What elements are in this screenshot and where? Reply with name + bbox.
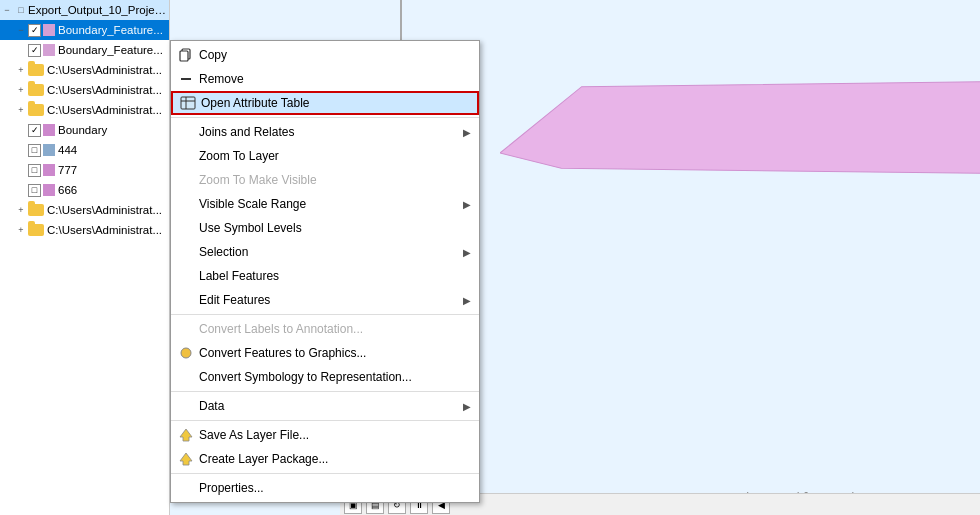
folder-icon-cu3 (28, 104, 44, 116)
zoom-visible-icon (177, 171, 195, 189)
tree-item-boundary-feature1[interactable]: − Boundary_Feature... (0, 20, 169, 40)
selection-label: Selection (199, 245, 463, 259)
color-box-777 (43, 164, 55, 176)
tree-item-666[interactable]: − □ 666 (0, 180, 169, 200)
color-box-bf2 (43, 44, 55, 56)
table-icon (179, 94, 197, 112)
selection-arrow: ▶ (463, 247, 471, 258)
visible-scale-label: Visible Scale Range (199, 197, 463, 211)
save-layer-icon (177, 426, 195, 444)
edit-features-icon (177, 291, 195, 309)
svg-marker-8 (180, 429, 192, 441)
expand-icon-cu4[interactable]: + (14, 203, 28, 217)
properties-icon (177, 479, 195, 497)
edit-features-label: Edit Features (199, 293, 463, 307)
visible-scale-arrow: ▶ (463, 199, 471, 210)
expand-icon2-export: □ (14, 3, 28, 17)
separator-5 (171, 473, 479, 474)
separator-3 (171, 391, 479, 392)
menu-item-copy[interactable]: Copy (171, 43, 479, 67)
tree-item-cusers3[interactable]: + C:\Users\Administrat... (0, 100, 169, 120)
folder-icon-cu2 (28, 84, 44, 96)
svg-rect-4 (181, 97, 195, 109)
tree-item-777[interactable]: − □ 777 (0, 160, 169, 180)
folder-icon-cu5 (28, 224, 44, 236)
copy-label: Copy (199, 48, 471, 62)
label-features-label: Label Features (199, 269, 471, 283)
expand-icon-bf1[interactable]: − (14, 23, 28, 37)
menu-item-edit-features[interactable]: Edit Features ▶ (171, 288, 479, 312)
edit-features-arrow: ▶ (463, 295, 471, 306)
menu-item-properties[interactable]: Properties... (171, 476, 479, 500)
convert-features-icon (177, 344, 195, 362)
tree-label-cu2: C:\Users\Administrat... (47, 84, 167, 96)
menu-item-selection[interactable]: Selection ▶ (171, 240, 479, 264)
svg-rect-2 (180, 51, 188, 61)
menu-item-save-layer[interactable]: Save As Layer File... (171, 423, 479, 447)
checkbox-bf2[interactable] (28, 44, 41, 57)
tree-label-444: 444 (58, 144, 167, 156)
create-pkg-label: Create Layer Package... (199, 452, 471, 466)
tree-item-export[interactable]: − □ Export_Output_10_Project1 (0, 0, 169, 20)
convert-features-label: Convert Features to Graphics... (199, 346, 471, 360)
separator-4 (171, 420, 479, 421)
menu-item-remove[interactable]: Remove (171, 67, 479, 91)
joins-icon (177, 123, 195, 141)
expand-icon-cu2[interactable]: + (14, 83, 28, 97)
joins-arrow: ▶ (463, 127, 471, 138)
data-arrow: ▶ (463, 401, 471, 412)
convert-symbology-label: Convert Symbology to Representation... (199, 370, 471, 384)
symbol-levels-icon (177, 219, 195, 237)
folder-icon-cu1 (28, 64, 44, 76)
folder-icon-cu4 (28, 204, 44, 216)
tree-label-cu3: C:\Users\Administrat... (47, 104, 167, 116)
save-layer-label: Save As Layer File... (199, 428, 471, 442)
checkbox-bf1[interactable] (28, 24, 41, 37)
remove-label: Remove (199, 72, 471, 86)
tree-label-boundary: Boundary (58, 124, 167, 136)
color-box-666 (43, 184, 55, 196)
checkbox-777[interactable]: □ (28, 164, 41, 177)
tree-item-444[interactable]: − □ 444 (0, 140, 169, 160)
copy-icon (177, 46, 195, 64)
symbol-levels-label: Use Symbol Levels (199, 221, 471, 235)
tree-panel: − □ Export_Output_10_Project1 − Boundary… (0, 0, 170, 515)
expand-icon-cu3[interactable]: + (14, 103, 28, 117)
menu-item-joins[interactable]: Joins and Relates ▶ (171, 120, 479, 144)
tree-item-boundary-feature2[interactable]: − Boundary_Feature... (0, 40, 169, 60)
menu-item-convert-features[interactable]: Convert Features to Graphics... (171, 341, 479, 365)
menu-item-visible-scale[interactable]: Visible Scale Range ▶ (171, 192, 479, 216)
checkbox-666[interactable]: □ (28, 184, 41, 197)
menu-item-create-pkg[interactable]: Create Layer Package... (171, 447, 479, 471)
tree-item-boundary[interactable]: − Boundary (0, 120, 169, 140)
menu-item-open-attr[interactable]: Open Attribute Table (171, 91, 479, 115)
tree-item-cusers5[interactable]: + C:\Users\Administrat... (0, 220, 169, 240)
menu-item-label-features[interactable]: Label Features (171, 264, 479, 288)
expand-icon-cu5[interactable]: + (14, 223, 28, 237)
color-box-444 (43, 144, 55, 156)
menu-item-convert-labels: Convert Labels to Annotation... (171, 317, 479, 341)
svg-point-7 (181, 348, 191, 358)
menu-item-zoom-layer[interactable]: Zoom To Layer (171, 144, 479, 168)
svg-marker-9 (180, 453, 192, 465)
tree-label-cu5: C:\Users\Administrat... (47, 224, 167, 236)
menu-item-data[interactable]: Data ▶ (171, 394, 479, 418)
checkbox-boundary[interactable] (28, 124, 41, 137)
tree-label-bf1: Boundary_Feature... (58, 24, 167, 36)
tree-label-cu4: C:\Users\Administrat... (47, 204, 167, 216)
selection-icon (177, 243, 195, 261)
expand-icon-export[interactable]: − (0, 3, 14, 17)
menu-item-convert-symbology[interactable]: Convert Symbology to Representation... (171, 365, 479, 389)
menu-item-symbol-levels[interactable]: Use Symbol Levels (171, 216, 479, 240)
checkbox-444[interactable]: □ (28, 144, 41, 157)
data-icon (177, 397, 195, 415)
zoom-visible-label: Zoom To Make Visible (199, 173, 471, 187)
tree-item-cusers2[interactable]: + C:\Users\Administrat... (0, 80, 169, 100)
tree-item-cusers1[interactable]: + C:\Users\Administrat... (0, 60, 169, 80)
joins-label: Joins and Relates (199, 125, 463, 139)
convert-symbology-icon (177, 368, 195, 386)
expand-icon-cu1[interactable]: + (14, 63, 28, 77)
context-menu: Copy Remove Open Attribute Table Joins a… (170, 40, 480, 503)
separator-2 (171, 314, 479, 315)
tree-item-cusers4[interactable]: + C:\Users\Administrat... (0, 200, 169, 220)
